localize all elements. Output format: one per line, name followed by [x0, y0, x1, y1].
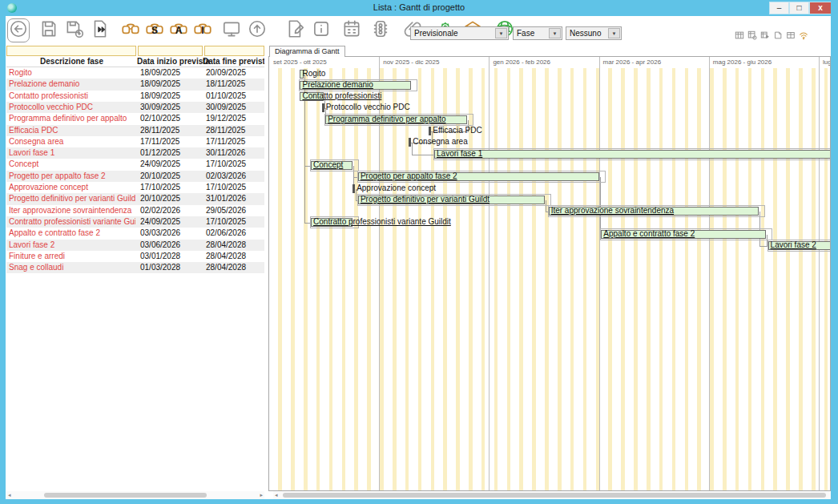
gantt-scroll-thumb[interactable]: [283, 493, 826, 498]
gantt-milestone[interactable]: [429, 127, 431, 135]
cell-descrizione: Concept: [9, 159, 135, 170]
table-icon[interactable]: [735, 29, 744, 43]
table-row[interactable]: Appalto e contratto fase 203/03/202602/0…: [6, 228, 264, 239]
find-a-button[interactable]: A: [167, 18, 190, 42]
filter-arrow-icon[interactable]: ▼: [608, 28, 620, 38]
table-row[interactable]: Lavori fase 101/12/202530/11/2026: [6, 147, 264, 159]
period-gridline: [489, 57, 490, 490]
close-button[interactable]: x: [809, 2, 832, 14]
table-row[interactable]: Progetto per appalto fase 220/10/202502/…: [6, 171, 264, 182]
find-button[interactable]: [119, 18, 142, 42]
filter-select[interactable]: Nessuno ▼: [566, 26, 622, 40]
table-row[interactable]: Prelazione demanio18/09/202518/11/2025: [6, 79, 264, 90]
cell-data-fine: 28/11/2025: [206, 125, 245, 136]
table-row[interactable]: Finiture e arredi03/01/202828/04/2028: [6, 251, 264, 262]
table-settings-icon[interactable]: [747, 29, 757, 43]
period-label: set 2025 - ott 2025: [273, 58, 327, 66]
upload-button[interactable]: [246, 18, 268, 42]
filter-descrizione-input[interactable]: [6, 46, 136, 56]
table-small-icon[interactable]: [786, 29, 796, 43]
beads-icon: [370, 18, 391, 42]
view-mode-select[interactable]: Previsionale ▼: [410, 26, 509, 40]
scroll-left-arrow-icon[interactable]: ◂: [8, 492, 11, 498]
column-header-descrizione[interactable]: Descrizione fase: [6, 57, 137, 66]
gantt-box: set 2025 - ott 2025nov 2025 - dic 2025ge…: [268, 56, 831, 491]
view-mode-arrow-icon[interactable]: ▼: [495, 28, 507, 38]
wifi-icon[interactable]: [799, 29, 808, 43]
tab-diagramma-di-gantt[interactable]: Diagramma di Gantt: [269, 46, 345, 57]
table-row[interactable]: Lavori fase 203/06/202628/04/2028: [6, 240, 264, 251]
view-mode-value: Previsionale: [414, 29, 457, 38]
upload-icon: [247, 18, 268, 42]
toolbar-right-icons: [735, 29, 808, 43]
monitor-button[interactable]: [220, 18, 243, 42]
clipboard-icon[interactable]: [773, 29, 783, 43]
cell-data-inizio: 20/10/2025: [140, 171, 180, 182]
calendar-button[interactable]: [340, 18, 363, 42]
table-row[interactable]: Progetto definitivo per varianti Guildt2…: [6, 193, 264, 204]
cell-descrizione: Rogito: [9, 67, 135, 79]
cell-data-fine: 02/03/2026: [206, 171, 246, 182]
column-header-data-inizio[interactable]: Data inizio prevista: [137, 57, 203, 66]
table-row[interactable]: Concept24/09/202517/10/2025: [6, 159, 264, 170]
cell-descrizione: Efficacia PDC: [9, 125, 135, 136]
cell-data-fine: 28/04/2028: [206, 240, 246, 251]
gantt-bar[interactable]: [434, 150, 831, 159]
gantt-pane: Diagramma di Gantt set 2025 - ott 2025no…: [268, 46, 831, 491]
table-row[interactable]: Contratto professionisti variante Guildi…: [6, 216, 264, 228]
table-row[interactable]: Snag e collaudi01/03/202828/04/2028: [6, 262, 264, 273]
table-row[interactable]: Iter approvazione sovraintendenza02/02/2…: [6, 205, 264, 216]
gantt-chart[interactable]: RogitoPrelazione demanioContatto profess…: [269, 68, 830, 490]
cell-data-fine: 17/11/2025: [206, 136, 245, 147]
document-forward-button[interactable]: [89, 18, 111, 42]
table-row[interactable]: Contatto professionisti18/09/202501/10/2…: [6, 91, 264, 102]
table-row[interactable]: Protocollo vecchio PDC30/09/202530/09/20…: [6, 102, 264, 113]
gantt-milestone[interactable]: [409, 138, 411, 147]
group-by-arrow-icon[interactable]: ▼: [549, 28, 561, 38]
table-row[interactable]: Approvazione concept17/10/202517/10/2025: [6, 182, 264, 193]
cell-descrizione: Iter approvazione sovraintendenza: [9, 205, 135, 216]
filter-data-inizio-input[interactable]: [138, 46, 203, 56]
cell-descrizione: Progetto definitivo per varianti Guildt: [9, 193, 135, 204]
window-title: Lista : Gantt di progetto: [0, 2, 838, 12]
gantt-horizontal-scrollbar[interactable]: ◂: [273, 491, 831, 499]
phase-table: Descrizione fase Data inizio prevista Da…: [6, 46, 264, 491]
table-row[interactable]: Programma definitivo per appalto02/10/20…: [6, 113, 264, 124]
table-export-icon[interactable]: [760, 29, 770, 43]
table-row[interactable]: Rogito18/09/202520/09/2025: [6, 67, 264, 79]
gantt-milestone[interactable]: [322, 103, 324, 112]
maximize-button[interactable]: □: [789, 2, 809, 14]
save-add-icon: [64, 18, 85, 42]
find-s-button[interactable]: S: [143, 18, 166, 42]
gantt-bar-label: Rogito: [302, 69, 325, 79]
gantt-milestone[interactable]: [353, 184, 355, 193]
save-button[interactable]: [38, 18, 60, 42]
table-row[interactable]: Consegna area17/11/202517/11/2025: [6, 136, 264, 147]
minimize-button[interactable]: –: [769, 2, 789, 14]
find-i-button[interactable]: I: [191, 18, 214, 42]
column-header-data-fine[interactable]: Data fine prevista: [203, 57, 264, 66]
group-by-select[interactable]: Fase ▼: [513, 26, 562, 40]
filter-data-fine-input[interactable]: [204, 46, 264, 56]
cell-descrizione: Lavori fase 2: [9, 240, 135, 251]
cell-data-fine: 17/10/2025: [206, 159, 246, 170]
period-label: mar 2026 - apr 2026: [603, 58, 662, 66]
cell-data-inizio: 17/10/2025: [140, 182, 180, 193]
table-scroll-thumb[interactable]: [44, 493, 207, 498]
save-add-button[interactable]: [63, 18, 86, 42]
back-button[interactable]: [7, 18, 30, 42]
cell-descrizione: Snag e collaudi: [9, 262, 135, 273]
document-edit-button[interactable]: [284, 18, 307, 42]
gantt-bar-label: Concept: [313, 160, 343, 171]
cell-data-inizio: 03/06/2026: [140, 240, 180, 251]
cell-data-inizio: 02/10/2025: [140, 113, 180, 124]
gantt-scroll-left-arrow-icon[interactable]: ◂: [275, 492, 278, 498]
cell-data-inizio: 18/09/2025: [140, 79, 180, 90]
gantt-bar-label: Appalto e contratto fase 2: [603, 229, 695, 240]
table-row[interactable]: Efficacia PDC28/11/202528/11/2025: [6, 125, 264, 136]
info-button[interactable]: [310, 18, 332, 42]
scroll-right-arrow-icon[interactable]: ▸: [260, 492, 263, 498]
document-forward-icon: [90, 18, 111, 42]
table-horizontal-scrollbar[interactable]: ◂ ▸: [6, 491, 264, 499]
beads-button[interactable]: [369, 18, 392, 42]
